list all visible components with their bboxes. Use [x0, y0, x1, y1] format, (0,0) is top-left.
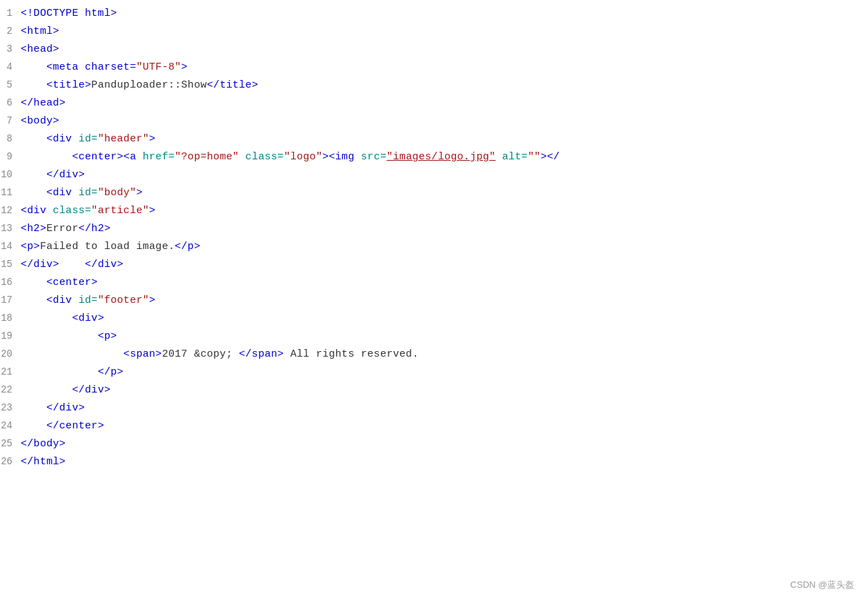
- code-line: 18 <div>: [0, 312, 868, 330]
- line-code: <!DOCTYPE html>: [21, 8, 868, 19]
- indent-token: [21, 384, 72, 396]
- line-number: 21: [0, 366, 21, 377]
- indent-token: [21, 366, 98, 378]
- watermark-label: CSDN @蓝头盔: [790, 579, 854, 591]
- line-number: 4: [0, 61, 21, 72]
- indent-token: [21, 133, 46, 145]
- tag-token: >: [149, 133, 155, 145]
- attr-value-token: "header": [98, 133, 149, 145]
- line-number: 22: [0, 384, 21, 395]
- attr-name-token: id=: [79, 187, 98, 199]
- tag-token: </span>: [239, 348, 284, 360]
- tag-token: <h2>: [21, 223, 46, 235]
- attr-value-token: "UTF-8": [136, 61, 181, 73]
- text-token: 2017 &copy;: [162, 348, 239, 360]
- indent-token: [21, 79, 46, 91]
- indent-token: [21, 402, 46, 414]
- line-number: 10: [0, 169, 21, 180]
- tag-token: <div: [46, 133, 79, 145]
- code-line: 11 <div id="body">: [0, 186, 868, 204]
- line-number: 18: [0, 313, 21, 324]
- tag-token: <center><a: [72, 151, 142, 163]
- line-number: 16: [0, 277, 21, 288]
- line-number: 13: [0, 223, 21, 234]
- doctype-token: <!DOCTYPE html>: [21, 8, 117, 19]
- attr-value-token: "logo": [284, 151, 322, 163]
- attr-name-token: alt=: [502, 151, 528, 163]
- line-code: <p>Failed to load image.</p>: [21, 241, 868, 252]
- line-number: 5: [0, 79, 21, 90]
- code-line: 9 <center><a href="?op=home" class="logo…: [0, 150, 868, 168]
- attr-value-token: "footer": [98, 295, 149, 306]
- attr-value-token: "article": [91, 205, 149, 217]
- code-line: 26</html>: [0, 455, 868, 473]
- line-code: <title>Panduploader::Show</title>: [21, 79, 868, 91]
- tag-token: <title>: [46, 79, 91, 91]
- line-number: 15: [0, 259, 21, 270]
- line-number: 26: [0, 456, 21, 467]
- line-code: <html>: [21, 26, 868, 37]
- line-code: <div id="header">: [21, 133, 868, 145]
- line-code: <center><a href="?op=home" class="logo">…: [21, 151, 868, 163]
- attr-value-link-token: "images/logo.jpg": [386, 151, 495, 163]
- line-code: </div>: [21, 384, 868, 396]
- line-code: <h2>Error</h2>: [21, 223, 868, 235]
- line-number: 2: [0, 26, 21, 37]
- line-number: 23: [0, 402, 21, 413]
- indent-token: [21, 420, 46, 432]
- indent-token: [21, 313, 72, 324]
- line-number: 1: [0, 8, 21, 19]
- code-line: 2<html>: [0, 25, 868, 43]
- attr-name-token: src=: [361, 151, 386, 163]
- tag-token: <div>: [72, 313, 104, 324]
- line-number: 3: [0, 43, 21, 54]
- line-number: 12: [0, 205, 21, 216]
- tag-token: </div>: [21, 259, 59, 270]
- attr-name-token: id=: [79, 295, 98, 306]
- code-viewer: 1<!DOCTYPE html>2<html>3<head>4 <meta ch…: [0, 0, 868, 605]
- indent-token: [21, 187, 46, 199]
- tag-token: <center>: [46, 277, 97, 288]
- line-code: <div id="body">: [21, 187, 868, 199]
- code-line: 17 <div id="footer">: [0, 294, 868, 312]
- line-code: </div> </div>: [21, 259, 868, 270]
- line-number: 14: [0, 241, 21, 252]
- line-number: 17: [0, 295, 21, 306]
- line-code: </center>: [21, 420, 868, 432]
- line-number: 11: [0, 187, 21, 198]
- line-number: 6: [0, 97, 21, 108]
- tag-token: <div: [46, 295, 79, 306]
- attr-name-token: class=: [53, 205, 92, 217]
- line-number: 7: [0, 115, 21, 126]
- indent-token: [21, 277, 46, 288]
- line-code: </div>: [21, 402, 868, 414]
- line-number: 8: [0, 133, 21, 144]
- code-line: 4 <meta charset="UTF-8">: [0, 61, 868, 79]
- code-line: 3<head>: [0, 43, 868, 61]
- attr-name-token: id=: [79, 133, 98, 145]
- line-code: <div id="footer">: [21, 295, 868, 306]
- tag-token: <p>: [98, 330, 117, 342]
- line-code: <span>2017 &copy; </span> All rights res…: [21, 348, 868, 360]
- code-line: 6</head>: [0, 97, 868, 115]
- indent-token: [21, 330, 98, 342]
- tag-token: >: [149, 205, 155, 217]
- code-line: 16 <center>: [0, 276, 868, 294]
- line-code: </div>: [21, 169, 868, 181]
- tag-token: </div>: [72, 384, 110, 396]
- code-line: 23 </div>: [0, 401, 868, 419]
- code-line: 1<!DOCTYPE html>: [0, 7, 868, 25]
- tag-token: [495, 151, 502, 163]
- tag-token: </div>: [46, 169, 85, 181]
- text-token: Panduploader::Show: [91, 79, 206, 91]
- tag-token: ><img: [322, 151, 361, 163]
- code-line: 20 <span>2017 &copy; </span> All rights …: [0, 348, 868, 366]
- line-number: 20: [0, 348, 21, 359]
- line-code: </body>: [21, 438, 868, 450]
- code-line: 12<div class="article">: [0, 204, 868, 222]
- line-code: </p>: [21, 366, 868, 378]
- tag-token: <div: [46, 187, 79, 199]
- indent-token: [21, 295, 46, 306]
- line-code: <div class="article">: [21, 205, 868, 217]
- tag-token: <meta charset=: [46, 61, 136, 73]
